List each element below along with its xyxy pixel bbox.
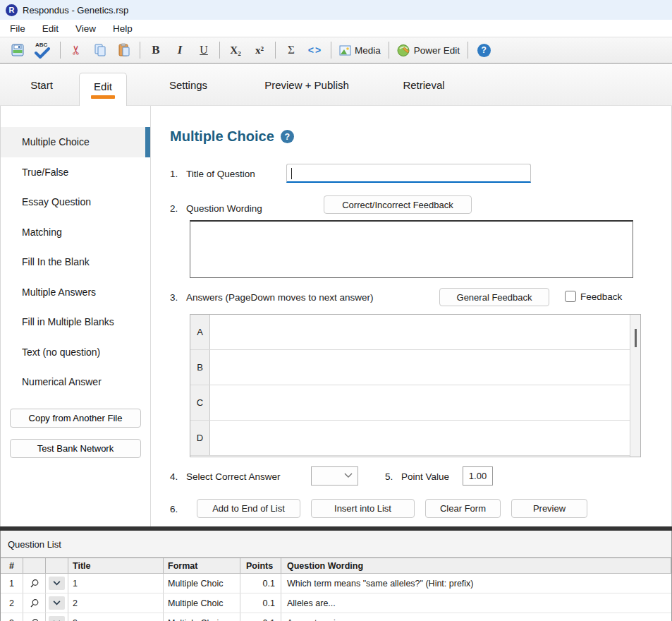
- save-button[interactable]: [6, 40, 30, 61]
- preview-question-button[interactable]: [23, 574, 46, 593]
- question-wording-cell: A genotype is...: [281, 613, 671, 621]
- sidebar-item-text-no-question[interactable]: Text (no question): [1, 337, 150, 368]
- answer-row-c: C: [190, 385, 640, 421]
- heading-help-icon[interactable]: ?: [281, 130, 294, 143]
- column-header-num[interactable]: #: [1, 558, 23, 573]
- sidebar-item-true-false[interactable]: True/False: [1, 157, 150, 188]
- answers-scrollbar[interactable]: [630, 315, 640, 457]
- menu-view[interactable]: View: [67, 22, 104, 35]
- sidebar-item-numerical-answer[interactable]: Numerical Answer: [1, 367, 150, 397]
- question-format-cell: Multiple Choic: [164, 613, 240, 621]
- point-value-label: Point Value: [401, 471, 449, 482]
- toolbar-separator: [468, 42, 468, 59]
- insert-into-list-button[interactable]: Insert into List: [311, 499, 415, 518]
- question-points-cell: 0.1: [240, 613, 281, 621]
- column-header-format[interactable]: Format: [164, 558, 240, 573]
- sidebar-item-essay-question[interactable]: Essay Question: [1, 187, 150, 217]
- question-list-title: Question List: [1, 531, 671, 558]
- column-header-wording[interactable]: Question Wording: [281, 558, 671, 573]
- paste-button[interactable]: [112, 40, 136, 61]
- sidebar-item-fill-in-multiple-blanks[interactable]: Fill in Multiple Blanks: [1, 307, 150, 337]
- menu-help[interactable]: Help: [104, 22, 141, 35]
- tab-retrieval[interactable]: Retrieval: [397, 64, 451, 106]
- answer-input-c[interactable]: [210, 385, 640, 420]
- power-edit-button[interactable]: Power Edit: [393, 40, 464, 61]
- chevron-down-icon: [344, 473, 353, 478]
- window-title: Respondus - Genetics.rsp: [23, 5, 128, 16]
- toolbar-separator: [331, 42, 331, 59]
- html-code-button[interactable]: <>: [303, 40, 327, 61]
- preview-button[interactable]: Preview: [511, 499, 587, 518]
- spellcheck-icon: ABC: [34, 42, 52, 59]
- question-wording-cell: Alleles are...: [281, 593, 671, 613]
- scrollbar-thumb[interactable]: [635, 329, 637, 347]
- table-row[interactable]: 3 3 Multiple Choic 0.1 A genotype is...: [1, 613, 671, 621]
- step6-number: 6.: [170, 504, 178, 514]
- subscript-button[interactable]: X₂: [224, 40, 248, 61]
- add-to-end-of-list-button[interactable]: Add to End of List: [197, 499, 300, 518]
- toolbar-separator: [140, 42, 140, 59]
- italic-button[interactable]: I: [168, 40, 192, 61]
- answer-input-a[interactable]: [210, 315, 640, 349]
- tab-start[interactable]: Start: [20, 64, 63, 106]
- sidebar-item-multiple-answers[interactable]: Multiple Answers: [1, 277, 150, 308]
- correct-incorrect-feedback-button[interactable]: Correct/Incorrect Feedback: [324, 195, 472, 214]
- title-of-question-input[interactable]: [286, 164, 531, 183]
- title-bar: R Respondus - Genetics.rsp: [0, 0, 672, 20]
- column-header-title[interactable]: Title: [68, 558, 164, 573]
- media-button[interactable]: Media: [335, 40, 385, 61]
- help-button[interactable]: ?: [472, 40, 496, 61]
- table-row[interactable]: 1 1 Multiple Choic 0.1 Which term means …: [1, 574, 671, 593]
- row-menu-button[interactable]: [46, 613, 68, 621]
- row-number: 2: [1, 593, 23, 613]
- underline-button[interactable]: U: [192, 40, 216, 61]
- column-header-points[interactable]: Points: [240, 558, 281, 573]
- copy-from-another-file-button[interactable]: Copy from Another File: [10, 409, 141, 428]
- equation-button[interactable]: Σ: [279, 40, 303, 61]
- feedback-checkbox[interactable]: [565, 291, 576, 302]
- tab-preview-publish[interactable]: Preview + Publish: [254, 64, 360, 106]
- sidebar-item-multiple-choice[interactable]: Multiple Choice: [1, 127, 150, 157]
- answer-label-a: A: [190, 315, 210, 349]
- preview-question-button[interactable]: [23, 613, 46, 621]
- sidebar-item-fill-in-the-blank[interactable]: Fill In the Blank: [1, 247, 150, 277]
- search-icon: [30, 618, 39, 621]
- menu-edit[interactable]: Edit: [34, 22, 67, 35]
- point-value-input[interactable]: 1.00: [463, 466, 493, 486]
- spellcheck-button[interactable]: ABC: [30, 40, 56, 61]
- cut-button[interactable]: ✂: [64, 40, 88, 61]
- clear-form-button[interactable]: Clear Form: [425, 499, 501, 518]
- test-bank-network-button[interactable]: Test Bank Network: [10, 439, 141, 458]
- toolbar-separator: [219, 42, 220, 59]
- toolbar: ABC ✂ B I U X₂ x² Σ <> Me: [0, 37, 672, 64]
- chevron-down-icon: [53, 601, 61, 605]
- copy-button[interactable]: [88, 40, 112, 61]
- tab-edit[interactable]: Edit: [79, 73, 127, 106]
- tab-strip: Start Edit Settings Preview + Publish Re…: [0, 64, 672, 106]
- tab-settings[interactable]: Settings: [164, 64, 212, 106]
- row-menu-button[interactable]: [46, 593, 68, 613]
- row-menu-button[interactable]: [46, 574, 68, 593]
- superscript-button[interactable]: x²: [248, 40, 271, 61]
- answer-row-a: A: [190, 315, 640, 350]
- copy-icon: [93, 43, 107, 57]
- column-header-menu[interactable]: [46, 558, 68, 573]
- answer-label-b: B: [190, 350, 210, 385]
- preview-question-button[interactable]: [23, 593, 46, 613]
- menu-file[interactable]: File: [1, 22, 34, 35]
- answer-input-d[interactable]: [210, 421, 640, 455]
- step2-number: 2.: [170, 203, 178, 214]
- media-label: Media: [355, 45, 381, 56]
- table-row[interactable]: 2 2 Multiple Choic 0.1 Alleles are...: [1, 593, 671, 613]
- correct-answer-select[interactable]: [311, 466, 358, 486]
- bold-button[interactable]: B: [144, 40, 168, 61]
- question-format-cell: Multiple Choic: [164, 593, 240, 613]
- question-wording-cell: Which term means "same alleles?" (Hint: …: [281, 574, 671, 593]
- general-feedback-button[interactable]: General Feedback: [439, 288, 549, 306]
- question-editor: Multiple Choice ? 1. Title of Question 2…: [152, 106, 672, 526]
- question-wording-textarea[interactable]: [190, 220, 633, 278]
- answer-input-b[interactable]: [210, 350, 640, 385]
- column-header-preview[interactable]: [23, 558, 46, 573]
- sidebar-item-matching[interactable]: Matching: [1, 217, 150, 248]
- search-icon: [30, 598, 39, 608]
